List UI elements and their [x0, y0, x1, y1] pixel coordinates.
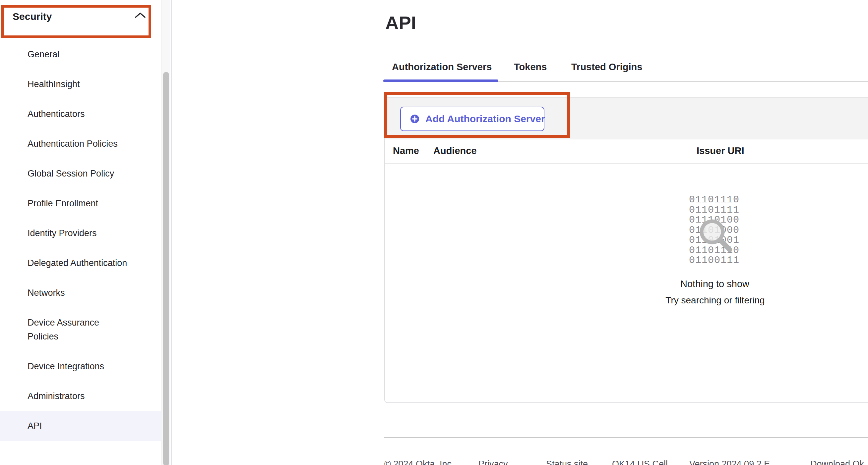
sidebar-item-networks[interactable]: Networks	[0, 278, 162, 308]
sidebar-item-authentication-policies[interactable]: Authentication Policies	[0, 129, 162, 159]
footer-item-ok14-us-cell: OK14 US Cell	[612, 459, 668, 465]
sidebar-item-authenticators[interactable]: Authenticators	[0, 99, 162, 129]
sidebar-item-global-session-policy[interactable]: Global Session Policy	[0, 159, 162, 189]
tab-tokens[interactable]: Tokens	[514, 62, 547, 72]
active-tab-underline	[383, 79, 498, 82]
magnifier-icon	[691, 212, 738, 260]
tab-authorization-servers[interactable]: Authorization Servers	[392, 62, 492, 72]
sidebar-item-api[interactable]: API	[0, 411, 162, 441]
authorization-servers-panel: NameAudienceIssuer URI	[384, 97, 868, 403]
page-title: API	[385, 12, 416, 33]
sidebar-item-device-assurance-policies[interactable]: Device Assurance Policies	[0, 308, 162, 352]
sidebar-item-general[interactable]: General	[0, 39, 162, 69]
tab-trusted-origins[interactable]: Trusted Origins	[571, 62, 642, 72]
sidebar-scrollbar-track[interactable]	[161, 0, 170, 465]
sidebar-item-administrators[interactable]: Administrators	[0, 381, 162, 411]
empty-state-subtitle: Try searching or filtering	[665, 295, 765, 306]
annotation-box-security	[1, 5, 151, 38]
sidebar-item-healthinsight[interactable]: HealthInsight	[0, 69, 162, 99]
sidebar-item-device-integrations[interactable]: Device Integrations	[0, 352, 162, 381]
sidebar: Security GeneralHealthInsightAuthenticat…	[0, 0, 172, 465]
sidebar-scrollbar-thumb[interactable]	[163, 72, 169, 465]
footer-divider	[384, 437, 868, 438]
sidebar-item-identity-providers[interactable]: Identity Providers	[0, 218, 162, 248]
sidebar-item-profile-enrollment[interactable]: Profile Enrollment	[0, 189, 162, 218]
footer-item-version-2024-09-2-e: Version 2024.09.2 E	[689, 459, 770, 465]
sidebar-item-delegated-authentication[interactable]: Delegated Authentication	[0, 248, 162, 278]
footer-item-2024-okta-inc: © 2024 Okta, Inc.	[384, 459, 454, 465]
sidebar-nav: GeneralHealthInsightAuthenticatorsAuthen…	[0, 39, 162, 441]
footer-item-status-site[interactable]: Status site	[546, 459, 588, 465]
footer-item-privacy[interactable]: Privacy	[478, 459, 508, 465]
footer-item-download-ok[interactable]: Download Ok	[810, 459, 864, 465]
empty-state-title: Nothing to show	[680, 278, 749, 290]
table-header-row: NameAudienceIssuer URI	[385, 139, 868, 164]
annotation-box-add-button	[384, 92, 570, 138]
column-header-name: Name	[393, 145, 419, 156]
column-header-issuer-uri: Issuer URI	[696, 145, 744, 156]
sidebar-nav-list: GeneralHealthInsightAuthenticatorsAuthen…	[0, 39, 162, 441]
column-header-audience: Audience	[433, 145, 477, 156]
